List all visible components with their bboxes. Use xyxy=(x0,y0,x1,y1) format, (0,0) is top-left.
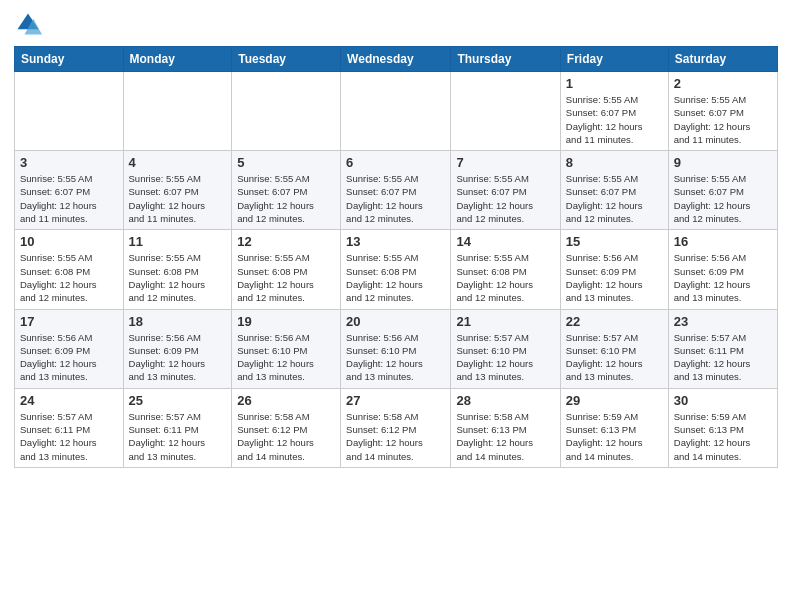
day-number: 13 xyxy=(346,234,445,249)
day-info: Sunrise: 5:57 AM Sunset: 6:10 PM Dayligh… xyxy=(456,331,554,384)
calendar-cell: 23Sunrise: 5:57 AM Sunset: 6:11 PM Dayli… xyxy=(668,309,777,388)
day-number: 21 xyxy=(456,314,554,329)
day-info: Sunrise: 5:58 AM Sunset: 6:12 PM Dayligh… xyxy=(237,410,335,463)
calendar-table: SundayMondayTuesdayWednesdayThursdayFrid… xyxy=(14,46,778,468)
day-info: Sunrise: 5:58 AM Sunset: 6:13 PM Dayligh… xyxy=(456,410,554,463)
day-info: Sunrise: 5:56 AM Sunset: 6:09 PM Dayligh… xyxy=(566,251,663,304)
calendar-cell xyxy=(451,72,560,151)
calendar-cell: 1Sunrise: 5:55 AM Sunset: 6:07 PM Daylig… xyxy=(560,72,668,151)
day-number: 12 xyxy=(237,234,335,249)
day-number: 10 xyxy=(20,234,118,249)
day-number: 26 xyxy=(237,393,335,408)
day-number: 20 xyxy=(346,314,445,329)
day-number: 30 xyxy=(674,393,772,408)
calendar-cell: 6Sunrise: 5:55 AM Sunset: 6:07 PM Daylig… xyxy=(341,151,451,230)
calendar-cell: 25Sunrise: 5:57 AM Sunset: 6:11 PM Dayli… xyxy=(123,388,232,467)
day-info: Sunrise: 5:57 AM Sunset: 6:11 PM Dayligh… xyxy=(674,331,772,384)
day-info: Sunrise: 5:55 AM Sunset: 6:07 PM Dayligh… xyxy=(566,172,663,225)
day-number: 23 xyxy=(674,314,772,329)
day-info: Sunrise: 5:55 AM Sunset: 6:08 PM Dayligh… xyxy=(346,251,445,304)
calendar-cell: 14Sunrise: 5:55 AM Sunset: 6:08 PM Dayli… xyxy=(451,230,560,309)
day-info: Sunrise: 5:55 AM Sunset: 6:07 PM Dayligh… xyxy=(566,93,663,146)
day-number: 9 xyxy=(674,155,772,170)
logo-icon xyxy=(14,10,42,38)
calendar-header-row: SundayMondayTuesdayWednesdayThursdayFrid… xyxy=(15,47,778,72)
day-info: Sunrise: 5:57 AM Sunset: 6:10 PM Dayligh… xyxy=(566,331,663,384)
day-number: 27 xyxy=(346,393,445,408)
day-info: Sunrise: 5:56 AM Sunset: 6:10 PM Dayligh… xyxy=(346,331,445,384)
day-info: Sunrise: 5:55 AM Sunset: 6:07 PM Dayligh… xyxy=(20,172,118,225)
day-number: 25 xyxy=(129,393,227,408)
day-info: Sunrise: 5:55 AM Sunset: 6:07 PM Dayligh… xyxy=(346,172,445,225)
calendar-cell xyxy=(15,72,124,151)
calendar-header-wednesday: Wednesday xyxy=(341,47,451,72)
day-info: Sunrise: 5:55 AM Sunset: 6:07 PM Dayligh… xyxy=(674,172,772,225)
day-number: 7 xyxy=(456,155,554,170)
day-info: Sunrise: 5:58 AM Sunset: 6:12 PM Dayligh… xyxy=(346,410,445,463)
logo xyxy=(14,10,46,38)
calendar-cell: 13Sunrise: 5:55 AM Sunset: 6:08 PM Dayli… xyxy=(341,230,451,309)
day-number: 24 xyxy=(20,393,118,408)
calendar-cell: 21Sunrise: 5:57 AM Sunset: 6:10 PM Dayli… xyxy=(451,309,560,388)
day-number: 3 xyxy=(20,155,118,170)
calendar-header-saturday: Saturday xyxy=(668,47,777,72)
calendar-cell: 24Sunrise: 5:57 AM Sunset: 6:11 PM Dayli… xyxy=(15,388,124,467)
day-number: 14 xyxy=(456,234,554,249)
day-number: 2 xyxy=(674,76,772,91)
day-number: 5 xyxy=(237,155,335,170)
calendar-header-sunday: Sunday xyxy=(15,47,124,72)
calendar-cell: 17Sunrise: 5:56 AM Sunset: 6:09 PM Dayli… xyxy=(15,309,124,388)
day-info: Sunrise: 5:56 AM Sunset: 6:09 PM Dayligh… xyxy=(20,331,118,384)
calendar-cell: 22Sunrise: 5:57 AM Sunset: 6:10 PM Dayli… xyxy=(560,309,668,388)
calendar-week-row: 10Sunrise: 5:55 AM Sunset: 6:08 PM Dayli… xyxy=(15,230,778,309)
day-number: 28 xyxy=(456,393,554,408)
day-number: 1 xyxy=(566,76,663,91)
day-info: Sunrise: 5:55 AM Sunset: 6:08 PM Dayligh… xyxy=(20,251,118,304)
day-info: Sunrise: 5:56 AM Sunset: 6:09 PM Dayligh… xyxy=(129,331,227,384)
calendar-cell: 12Sunrise: 5:55 AM Sunset: 6:08 PM Dayli… xyxy=(232,230,341,309)
calendar-cell: 15Sunrise: 5:56 AM Sunset: 6:09 PM Dayli… xyxy=(560,230,668,309)
calendar-cell: 9Sunrise: 5:55 AM Sunset: 6:07 PM Daylig… xyxy=(668,151,777,230)
day-info: Sunrise: 5:55 AM Sunset: 6:07 PM Dayligh… xyxy=(129,172,227,225)
day-number: 8 xyxy=(566,155,663,170)
day-info: Sunrise: 5:55 AM Sunset: 6:07 PM Dayligh… xyxy=(237,172,335,225)
day-info: Sunrise: 5:57 AM Sunset: 6:11 PM Dayligh… xyxy=(20,410,118,463)
day-number: 17 xyxy=(20,314,118,329)
calendar-cell xyxy=(341,72,451,151)
day-info: Sunrise: 5:57 AM Sunset: 6:11 PM Dayligh… xyxy=(129,410,227,463)
calendar-cell: 5Sunrise: 5:55 AM Sunset: 6:07 PM Daylig… xyxy=(232,151,341,230)
calendar-cell: 3Sunrise: 5:55 AM Sunset: 6:07 PM Daylig… xyxy=(15,151,124,230)
day-info: Sunrise: 5:55 AM Sunset: 6:08 PM Dayligh… xyxy=(129,251,227,304)
calendar-cell: 18Sunrise: 5:56 AM Sunset: 6:09 PM Dayli… xyxy=(123,309,232,388)
calendar-header-monday: Monday xyxy=(123,47,232,72)
day-info: Sunrise: 5:56 AM Sunset: 6:10 PM Dayligh… xyxy=(237,331,335,384)
calendar-cell: 2Sunrise: 5:55 AM Sunset: 6:07 PM Daylig… xyxy=(668,72,777,151)
day-number: 15 xyxy=(566,234,663,249)
calendar-cell: 11Sunrise: 5:55 AM Sunset: 6:08 PM Dayli… xyxy=(123,230,232,309)
page: SundayMondayTuesdayWednesdayThursdayFrid… xyxy=(0,0,792,612)
calendar-cell: 29Sunrise: 5:59 AM Sunset: 6:13 PM Dayli… xyxy=(560,388,668,467)
calendar-cell: 30Sunrise: 5:59 AM Sunset: 6:13 PM Dayli… xyxy=(668,388,777,467)
day-number: 18 xyxy=(129,314,227,329)
calendar-cell: 10Sunrise: 5:55 AM Sunset: 6:08 PM Dayli… xyxy=(15,230,124,309)
calendar-week-row: 24Sunrise: 5:57 AM Sunset: 6:11 PM Dayli… xyxy=(15,388,778,467)
calendar-cell xyxy=(123,72,232,151)
calendar-cell: 4Sunrise: 5:55 AM Sunset: 6:07 PM Daylig… xyxy=(123,151,232,230)
calendar-header-thursday: Thursday xyxy=(451,47,560,72)
calendar-cell: 26Sunrise: 5:58 AM Sunset: 6:12 PM Dayli… xyxy=(232,388,341,467)
day-info: Sunrise: 5:55 AM Sunset: 6:07 PM Dayligh… xyxy=(674,93,772,146)
calendar-cell: 28Sunrise: 5:58 AM Sunset: 6:13 PM Dayli… xyxy=(451,388,560,467)
day-number: 11 xyxy=(129,234,227,249)
day-info: Sunrise: 5:59 AM Sunset: 6:13 PM Dayligh… xyxy=(674,410,772,463)
calendar-cell: 19Sunrise: 5:56 AM Sunset: 6:10 PM Dayli… xyxy=(232,309,341,388)
calendar-cell: 20Sunrise: 5:56 AM Sunset: 6:10 PM Dayli… xyxy=(341,309,451,388)
calendar-header-tuesday: Tuesday xyxy=(232,47,341,72)
day-number: 4 xyxy=(129,155,227,170)
calendar-cell: 7Sunrise: 5:55 AM Sunset: 6:07 PM Daylig… xyxy=(451,151,560,230)
day-number: 29 xyxy=(566,393,663,408)
day-number: 6 xyxy=(346,155,445,170)
day-info: Sunrise: 5:55 AM Sunset: 6:08 PM Dayligh… xyxy=(456,251,554,304)
day-info: Sunrise: 5:56 AM Sunset: 6:09 PM Dayligh… xyxy=(674,251,772,304)
day-number: 16 xyxy=(674,234,772,249)
calendar-header-friday: Friday xyxy=(560,47,668,72)
